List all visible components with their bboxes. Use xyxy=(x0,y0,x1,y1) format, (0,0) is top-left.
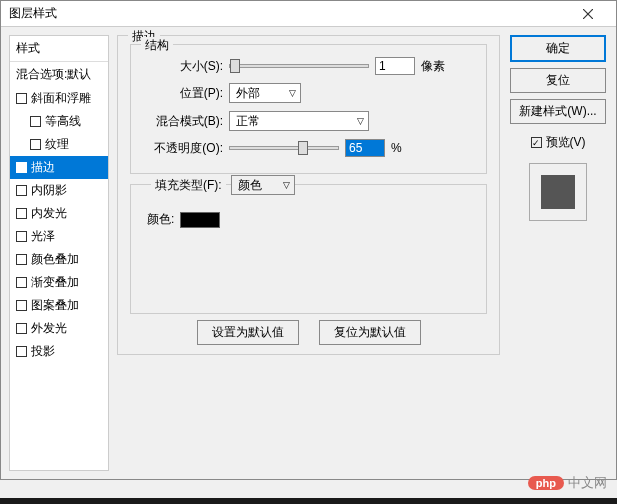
size-slider[interactable] xyxy=(229,64,369,68)
blend-mode-select[interactable]: 正常▽ xyxy=(229,111,369,131)
size-input[interactable] xyxy=(375,57,415,75)
preview-box xyxy=(529,163,587,221)
checkbox-icon[interactable] xyxy=(16,300,27,311)
sidebar-item-inner-glow[interactable]: 内发光 xyxy=(10,202,108,225)
structure-title: 结构 xyxy=(141,37,173,54)
sidebar-item-satin[interactable]: 光泽 xyxy=(10,225,108,248)
titlebar: 图层样式 xyxy=(1,1,616,27)
sidebar-item-label: 描边 xyxy=(31,159,55,176)
checkbox-icon[interactable] xyxy=(16,208,27,219)
checkbox-icon[interactable] xyxy=(16,277,27,288)
sidebar-item-label: 纹理 xyxy=(45,136,69,153)
position-select[interactable]: 外部▽ xyxy=(229,83,301,103)
sidebar-subheader[interactable]: 混合选项:默认 xyxy=(10,62,108,87)
sidebar-header: 样式 xyxy=(10,36,108,62)
checkbox-icon[interactable] xyxy=(16,346,27,357)
close-button[interactable] xyxy=(568,1,608,27)
sidebar-item-label: 图案叠加 xyxy=(31,297,79,314)
chevron-down-icon: ▽ xyxy=(357,116,364,126)
window-title: 图层样式 xyxy=(9,5,568,22)
fill-type-label: 填充类型(F): xyxy=(155,178,222,192)
opacity-slider[interactable] xyxy=(229,146,339,150)
sidebar-item-texture[interactable]: 纹理 xyxy=(10,133,108,156)
fill-group: 填充类型(F): 颜色▽ 颜色: xyxy=(130,184,487,314)
checkbox-icon[interactable] xyxy=(30,139,41,150)
watermark-text: 中文网 xyxy=(568,474,607,492)
checkbox-icon[interactable] xyxy=(16,185,27,196)
close-icon xyxy=(583,9,593,19)
sidebar-item-label: 光泽 xyxy=(31,228,55,245)
slider-thumb-icon[interactable] xyxy=(298,141,308,155)
stroke-group: 描边 结构 大小(S): 像素 位置(P): 外部▽ xyxy=(117,35,500,355)
slider-thumb-icon[interactable] xyxy=(230,59,240,73)
preview-label: 预览(V) xyxy=(546,134,586,151)
sidebar-item-label: 渐变叠加 xyxy=(31,274,79,291)
watermark-badge: php xyxy=(528,476,564,490)
new-style-button[interactable]: 新建样式(W)... xyxy=(510,99,606,124)
size-unit: 像素 xyxy=(421,58,445,75)
sidebar-item-pattern-overlay[interactable]: 图案叠加 xyxy=(10,294,108,317)
sidebar-item-label: 等高线 xyxy=(45,113,81,130)
fill-type-select[interactable]: 颜色▽ xyxy=(231,175,295,195)
sidebar-item-gradient-overlay[interactable]: 渐变叠加 xyxy=(10,271,108,294)
chevron-down-icon: ▽ xyxy=(283,180,290,190)
sidebar-item-label: 内发光 xyxy=(31,205,67,222)
bottom-bar xyxy=(0,498,617,504)
sidebar-item-bevel[interactable]: 斜面和浮雕 xyxy=(10,87,108,110)
right-panel: 确定 复位 新建样式(W)... ✓ 预览(V) xyxy=(508,35,608,471)
sidebar-item-outer-glow[interactable]: 外发光 xyxy=(10,317,108,340)
checkbox-icon[interactable] xyxy=(16,323,27,334)
sidebar-item-contour[interactable]: 等高线 xyxy=(10,110,108,133)
checkbox-icon[interactable] xyxy=(16,162,27,173)
checkbox-checked-icon[interactable]: ✓ xyxy=(531,137,542,148)
blend-mode-label: 混合模式(B): xyxy=(143,113,223,130)
styles-sidebar: 样式 混合选项:默认 斜面和浮雕 等高线 纹理 描边 内阴影 内发光 光泽 颜色… xyxy=(9,35,109,471)
preview-swatch xyxy=(541,175,575,209)
sidebar-item-inner-shadow[interactable]: 内阴影 xyxy=(10,179,108,202)
chevron-down-icon: ▽ xyxy=(289,88,296,98)
watermark: php 中文网 xyxy=(528,474,607,492)
sidebar-item-drop-shadow[interactable]: 投影 xyxy=(10,340,108,363)
sidebar-item-label: 颜色叠加 xyxy=(31,251,79,268)
preview-checkbox-row[interactable]: ✓ 预览(V) xyxy=(531,134,586,151)
main-panel: 描边 结构 大小(S): 像素 位置(P): 外部▽ xyxy=(117,35,500,471)
structure-group: 结构 大小(S): 像素 位置(P): 外部▽ 混合 xyxy=(130,44,487,174)
set-default-button[interactable]: 设置为默认值 xyxy=(197,320,299,345)
sidebar-item-label: 内阴影 xyxy=(31,182,67,199)
color-swatch[interactable] xyxy=(180,212,220,228)
opacity-input[interactable] xyxy=(345,139,385,157)
position-label: 位置(P): xyxy=(143,85,223,102)
size-label: 大小(S): xyxy=(143,58,223,75)
checkbox-icon[interactable] xyxy=(16,231,27,242)
reset-default-button[interactable]: 复位为默认值 xyxy=(319,320,421,345)
checkbox-icon[interactable] xyxy=(16,254,27,265)
sidebar-item-label: 斜面和浮雕 xyxy=(31,90,91,107)
ok-button[interactable]: 确定 xyxy=(510,35,606,62)
sidebar-item-label: 投影 xyxy=(31,343,55,360)
checkbox-icon[interactable] xyxy=(16,93,27,104)
sidebar-item-label: 外发光 xyxy=(31,320,67,337)
opacity-unit: % xyxy=(391,141,402,155)
cancel-button[interactable]: 复位 xyxy=(510,68,606,93)
sidebar-item-color-overlay[interactable]: 颜色叠加 xyxy=(10,248,108,271)
checkbox-icon[interactable] xyxy=(30,116,41,127)
sidebar-item-stroke[interactable]: 描边 xyxy=(10,156,108,179)
opacity-label: 不透明度(O): xyxy=(143,140,223,157)
color-label: 颜色: xyxy=(147,211,174,228)
